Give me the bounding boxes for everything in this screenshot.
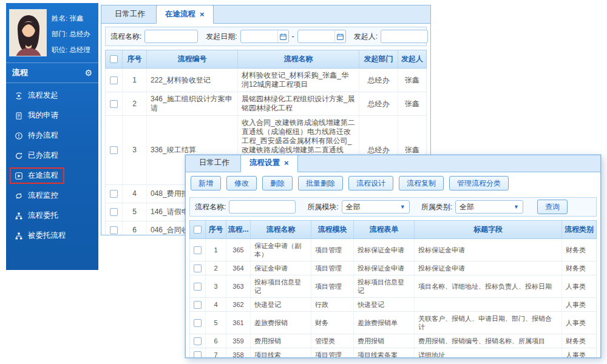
process-design-button[interactable]: 流程设计 — [348, 176, 393, 190]
header-seq[interactable]: 序号 — [206, 221, 226, 238]
cell-process-form: 投标保证金申请 — [354, 261, 415, 275]
process-settings-window: 日常工作 流程设置 × 新增 修改 删除 批量删除 流程设计 流程复制 管理流程… — [185, 155, 601, 358]
tab-daily-work[interactable]: 日常工作 — [106, 5, 154, 23]
initiator-input[interactable] — [381, 30, 428, 43]
calendar-icon[interactable] — [277, 30, 288, 42]
date-to-input[interactable] — [297, 30, 346, 43]
date-separator: - — [292, 32, 294, 41]
menu-item-inner: 流程监控 — [10, 187, 64, 204]
tab-label: 日常工作 — [199, 158, 229, 168]
category-select[interactable]: 全部 ▼ — [455, 200, 523, 214]
sidebar-item-in-transit-processes[interactable]: 在途流程 — [6, 166, 98, 186]
checkbox-cell — [106, 203, 123, 221]
header-process-form[interactable]: 流程表单 — [354, 221, 415, 238]
cell-process-category: 人事类 — [562, 298, 596, 311]
header-process-code[interactable]: 流程编号 — [147, 50, 238, 68]
header-process-name[interactable]: 流程名称 — [251, 221, 311, 238]
cell-process-form: 差旅费报销单 — [354, 312, 415, 334]
tab-daily-work[interactable]: 日常工作 — [191, 155, 238, 172]
document-icon — [14, 111, 24, 121]
sidebar-item-process-monitor[interactable]: 流程监控 — [6, 186, 98, 206]
select-all-checkbox[interactable] — [110, 55, 118, 63]
row-checkbox[interactable] — [110, 76, 118, 84]
tab-in-transit-processes[interactable]: 在途流程 × — [156, 5, 214, 24]
checkbox-cell — [190, 334, 206, 348]
cell-process-number: 362 — [226, 298, 251, 311]
cell-process-category: 人事类 — [562, 312, 596, 334]
sidebar-item-label: 被委托流程 — [28, 231, 66, 241]
sidebar-item-process-initiate[interactable]: 流程发起 — [6, 86, 98, 106]
row-checkbox[interactable] — [110, 100, 118, 108]
calendar-icon[interactable] — [334, 30, 345, 42]
user-info: 姓名: 张鑫 部门: 总经办 职位: 总经理 — [52, 9, 90, 58]
checkbox-cell — [190, 298, 206, 311]
tab-label: 流程设置 — [249, 158, 280, 168]
cell-seq: 7 — [206, 348, 226, 358]
cell-seq: 5 — [206, 312, 226, 334]
panel2-table: 序号 流程... 流程名称 流程模块 流程表单 标题字段 流程类别 1365保证… — [189, 220, 597, 358]
row-checkbox[interactable] — [194, 265, 202, 272]
manage-category-button[interactable]: 管理流程分类 — [449, 176, 509, 190]
checkbox-cell — [190, 239, 206, 261]
cell-process-module: 行政 — [311, 298, 354, 311]
date-from-input[interactable] — [240, 30, 289, 43]
header-title-fields[interactable]: 标题字段 — [415, 221, 562, 238]
sidebar-item-my-applications[interactable]: 我的申请 — [6, 106, 98, 126]
date-to-text[interactable] — [298, 31, 334, 42]
row-checkbox[interactable] — [110, 146, 118, 154]
row-checkbox[interactable] — [194, 337, 202, 345]
cell-process-module: 项目管理 — [311, 239, 354, 261]
date-from-text[interactable] — [241, 31, 277, 42]
row-checkbox[interactable] — [194, 246, 202, 254]
process-name-input[interactable] — [144, 30, 198, 43]
panel1-tabbar: 日常工作 在途流程 × — [101, 5, 430, 24]
process-name-input[interactable] — [229, 200, 296, 214]
cell-process-form: 快递登记 — [354, 298, 415, 311]
cell-seq: 3 — [123, 116, 147, 184]
modify-button[interactable]: 修改 — [226, 176, 257, 190]
cell-process-number: 358 — [226, 348, 251, 358]
batch-delete-button[interactable]: 批量删除 — [298, 176, 343, 190]
close-icon[interactable]: × — [200, 10, 205, 18]
row-checkbox[interactable] — [110, 226, 118, 234]
tab-process-settings[interactable]: 流程设置 × — [240, 155, 298, 172]
sidebar-item-process-delegation[interactable]: 流程委托 — [6, 206, 98, 226]
row-checkbox[interactable] — [194, 351, 202, 359]
cell-seq: 4 — [206, 298, 226, 311]
header-process-module[interactable]: 流程模块 — [311, 221, 354, 238]
cell-process-form: 投标项目信息登记 — [354, 275, 415, 297]
tab-label: 在途流程 — [165, 9, 195, 19]
header-department[interactable]: 发起部门 — [359, 50, 398, 68]
module-select[interactable]: 全部 ▼ — [342, 200, 410, 214]
checkbox-cell — [106, 185, 123, 203]
close-icon[interactable]: × — [284, 159, 289, 167]
sidebar-item-delegated-processes[interactable]: 被委托流程 — [6, 226, 98, 246]
row-checkbox[interactable] — [110, 190, 118, 198]
header-initiator[interactable]: 发起人 — [398, 50, 426, 68]
header-seq[interactable]: 序号 — [123, 50, 147, 68]
row-checkbox[interactable] — [194, 283, 202, 291]
gear-icon[interactable]: ⚙ — [84, 68, 92, 78]
header-process-number[interactable]: 流程... — [226, 221, 251, 238]
sitemap-icon — [14, 211, 24, 221]
delete-button[interactable]: 删除 — [262, 176, 293, 190]
row-checkbox[interactable] — [194, 301, 202, 309]
header-process-name[interactable]: 流程名称 — [238, 50, 359, 68]
cell-process-code: 222_材料验收登记 — [147, 69, 238, 92]
sidebar-item-done-processes[interactable]: 已办流程 — [6, 146, 98, 166]
cell-process-module: 项目管理 — [311, 348, 354, 358]
row-checkbox[interactable] — [194, 319, 202, 327]
panel2-table-body: 1365保证金申请（副本）项目管理投标保证金申请投标保证金申请财务类2364保证… — [189, 239, 597, 358]
sidebar-item-todo-processes[interactable]: 待办流程 — [6, 126, 98, 146]
select-all-checkbox[interactable] — [194, 226, 202, 234]
query-button[interactable]: 查询 — [537, 200, 568, 214]
header-process-category[interactable]: 流程类别 — [562, 221, 596, 238]
process-copy-button[interactable]: 流程复制 — [399, 176, 444, 190]
play-icon — [14, 171, 24, 181]
cell-process-form: 投标保证金申请 — [354, 239, 415, 261]
refresh-icon — [14, 151, 24, 161]
sidebar-item-label: 我的申请 — [28, 110, 58, 121]
row-checkbox[interactable] — [110, 208, 118, 216]
add-button[interactable]: 新增 — [191, 176, 221, 190]
cell-seq: 3 — [206, 275, 226, 297]
